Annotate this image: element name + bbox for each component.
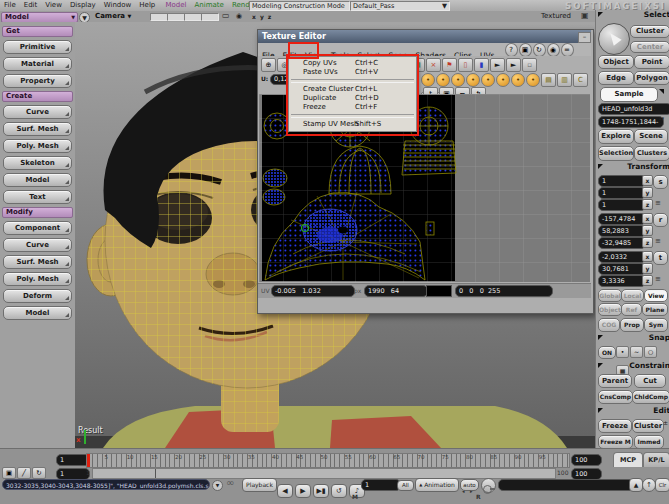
rotate-cw-icon[interactable]: •: [451, 73, 465, 87]
play-backward-button[interactable]: ◀: [277, 484, 293, 498]
menu-item-duplicate[interactable]: DuplicateCtrl+D: [289, 94, 416, 103]
layers-icon[interactable]: ▣: [2, 467, 16, 479]
pause-icon[interactable]: ▮: [474, 58, 489, 72]
scale-icon[interactable]: •: [511, 73, 525, 87]
tool-button-model[interactable]: Model: [3, 173, 72, 187]
help-menu[interactable]: ?: [505, 43, 518, 57]
cog-button[interactable]: COG: [598, 318, 620, 332]
loop-button[interactable]: ↺: [331, 484, 347, 498]
fit-icon[interactable]: •: [526, 73, 540, 87]
tool-button-surf-mesh[interactable]: Surf. Mesh: [3, 122, 72, 136]
square-icon[interactable]: ▫: [522, 58, 537, 72]
pencil-icon[interactable]: ╱: [17, 467, 31, 479]
tool-button-primitive[interactable]: Primitive: [3, 40, 72, 54]
cursor-icon[interactable]: ►: [490, 58, 505, 72]
cursor-add-icon[interactable]: ►: [506, 58, 521, 72]
scene-button[interactable]: Scene: [634, 129, 668, 144]
object-filter-button[interactable]: Object: [598, 55, 634, 69]
edge-filter-button[interactable]: Edge: [598, 71, 634, 85]
camera-view-select[interactable]: Camera ▼: [95, 12, 131, 20]
tab-mcp[interactable]: MCP: [613, 452, 643, 467]
transform-value-field[interactable]: 58,2883: [598, 225, 646, 237]
script-dropdown-button[interactable]: ▼: [212, 480, 223, 491]
menu-item-freeze[interactable]: FreezeCtrl+F: [289, 103, 416, 112]
mute-indicator[interactable]: M: [352, 493, 358, 500]
transform-value-field[interactable]: 1: [598, 175, 646, 187]
cycle-icon[interactable]: ↻: [32, 467, 46, 479]
selection-button[interactable]: Selection: [598, 146, 634, 161]
axis-label-x[interactable]: x: [642, 213, 653, 224]
tab-kpl[interactable]: KP/L: [643, 452, 669, 467]
view-slot-4[interactable]: [201, 13, 219, 21]
tool-button-deform[interactable]: Deform: [3, 289, 72, 303]
sample-filter-button[interactable]: Sample: [600, 87, 658, 102]
axis-label-y[interactable]: y: [642, 263, 653, 274]
menu-item-copy-uvs[interactable]: Copy UVsCtrl+C: [289, 59, 416, 68]
immed-button[interactable]: Immed: [634, 435, 664, 449]
sym-button[interactable]: Sym: [644, 318, 668, 332]
view-mode-button[interactable]: View: [644, 289, 668, 302]
point-filter-button[interactable]: Point: [634, 55, 669, 69]
scrollbar-thumb[interactable]: [101, 469, 156, 478]
cut-button[interactable]: Cut: [634, 374, 666, 388]
module-model[interactable]: Model: [162, 0, 191, 9]
tool-button-model[interactable]: Model: [3, 306, 72, 320]
transform-value-field[interactable]: -2,0332: [598, 251, 646, 263]
explore-button[interactable]: Explore: [598, 129, 634, 144]
view-slot-3[interactable]: [184, 13, 202, 21]
monitor-icon[interactable]: ▭: [222, 11, 230, 20]
rotate-ccw-icon[interactable]: •: [466, 73, 480, 87]
cluster-button[interactable]: Cluster: [630, 25, 669, 38]
transform-value-field[interactable]: 3,3336: [598, 275, 646, 287]
select-tool-button[interactable]: [598, 23, 630, 55]
copy-box-icon[interactable]: ▤: [541, 73, 556, 87]
range-start-field[interactable]: 1: [56, 454, 90, 466]
cnscomp-button[interactable]: CnsComp: [598, 390, 633, 404]
tool-button-surf-mesh[interactable]: Surf. Mesh: [3, 255, 72, 269]
local-mode-button[interactable]: Local: [621, 289, 644, 302]
sample-flyout-icon[interactable]: [659, 89, 664, 94]
module-animate[interactable]: Animate: [191, 0, 228, 9]
axis-label-z[interactable]: z: [642, 275, 653, 286]
tool-button-curve[interactable]: Curve: [3, 238, 72, 252]
freeze-button[interactable]: Freeze: [598, 419, 632, 433]
axis-label-x[interactable]: x: [642, 251, 653, 262]
selection-name-field[interactable]: HEAD_unfold3d: [598, 103, 669, 115]
tool-button-text[interactable]: Text: [3, 190, 72, 204]
tool-button-curve[interactable]: Curve: [3, 105, 72, 119]
scale-options-icon[interactable]: ≡: [655, 199, 661, 207]
play-forward-button[interactable]: ▶: [295, 484, 311, 498]
axis-label-y[interactable]: y: [642, 187, 653, 198]
page-icon[interactable]: ▯: [458, 58, 473, 72]
translate-options-icon[interactable]: ≡: [655, 275, 661, 283]
tool-button-poly-mesh[interactable]: Poly. Mesh: [3, 139, 72, 153]
transform-value-field[interactable]: -32,9485: [598, 237, 646, 249]
window-icon[interactable]: ▣: [581, 11, 589, 20]
construction-mode-select[interactable]: Modeling Construction Mode ▼: [249, 1, 350, 11]
snap-point-icon[interactable]: •: [616, 346, 629, 358]
menu-item-paste-uvs[interactable]: Paste UVsCtrl+V: [289, 68, 416, 77]
playhead[interactable]: [87, 454, 90, 467]
texture-editor-titlebar[interactable]: Texture Editor: [258, 30, 591, 43]
snap-on-button[interactable]: ON: [598, 346, 616, 359]
tool-button-component[interactable]: Component: [3, 221, 72, 235]
raise-button[interactable]: ▲: [629, 478, 643, 492]
cluster-plusminus-icon[interactable]: ±: [663, 419, 668, 426]
transform-value-field[interactable]: 1: [598, 199, 646, 211]
clusters-button[interactable]: Clusters: [634, 146, 669, 161]
go-to-end-button[interactable]: ▶▮: [313, 484, 329, 498]
clear-button[interactable]: Clr: [655, 478, 669, 492]
polygon-filter-button[interactable]: Polygon: [634, 71, 669, 85]
global-mode-button[interactable]: Global: [598, 289, 622, 302]
plane-mode-button[interactable]: Plane: [642, 303, 668, 316]
link-icon[interactable]: =: [561, 43, 574, 57]
link-chain-icon[interactable]: ∞: [226, 477, 234, 488]
menu-item-stamp-uv-mesh[interactable]: Stamp UV MeshShift+S: [289, 120, 416, 129]
tool-button-skeleton[interactable]: Skeleton: [3, 156, 72, 170]
auto-next-icon[interactable]: ▸: [470, 488, 473, 494]
parent-button[interactable]: Parent: [598, 374, 632, 388]
v-axis-icon[interactable]: •: [496, 73, 510, 87]
tool-button-poly-mesh[interactable]: Poly. Mesh: [3, 272, 72, 286]
record-indicator[interactable]: R: [476, 493, 481, 500]
axis-label-z[interactable]: z: [642, 199, 653, 210]
